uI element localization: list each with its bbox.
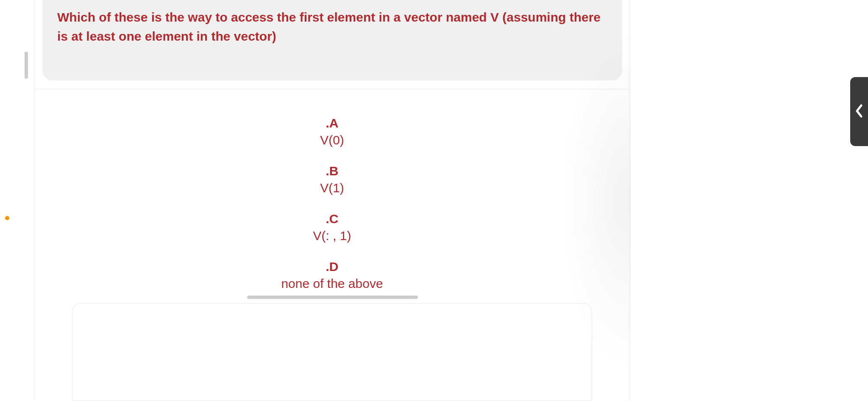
vertical-scrollbar[interactable] (25, 52, 28, 79)
expand-panel-button[interactable] (850, 77, 868, 146)
chevron-left-icon (854, 103, 864, 121)
question-card: Which of these is the way to access the … (42, 0, 622, 80)
option-b[interactable]: .B V(1) (320, 163, 344, 197)
option-label: .A (320, 115, 344, 131)
option-label: .B (320, 163, 344, 179)
option-a[interactable]: .A V(0) (320, 115, 344, 149)
left-margin (0, 0, 34, 401)
notification-dot-icon (5, 216, 9, 220)
option-text: V(: , 1) (313, 227, 351, 245)
question-text: Which of these is the way to access the … (57, 8, 607, 46)
option-label: .C (313, 210, 351, 227)
option-label: .D (281, 258, 383, 275)
option-c[interactable]: .C V(: , 1) (313, 210, 351, 245)
right-border (630, 0, 630, 401)
option-d[interactable]: .D none of the above (281, 258, 383, 293)
option-text: none of the above (281, 275, 383, 293)
options-area: .A V(0) .B V(1) .C V(: , 1) .D none of t… (34, 89, 630, 303)
option-text: V(0) (320, 131, 344, 149)
horizontal-scrollbar[interactable] (247, 296, 418, 299)
option-text: V(1) (320, 179, 344, 197)
bottom-panel (72, 303, 592, 401)
